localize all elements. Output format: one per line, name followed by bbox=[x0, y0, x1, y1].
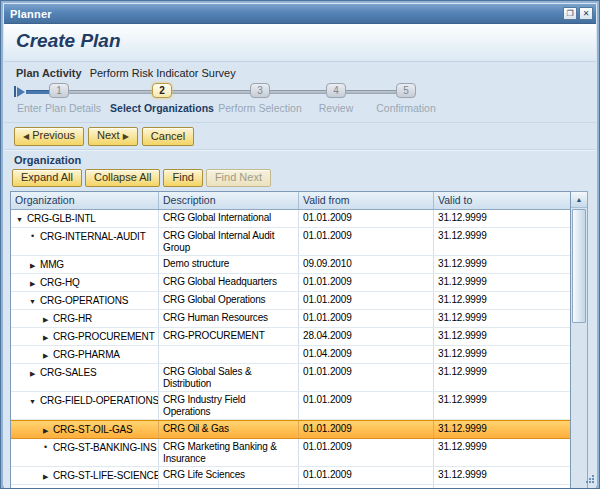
org-description: CRG Global Internal Audit Group bbox=[159, 228, 299, 255]
scroll-up-button[interactable]: ▲ bbox=[571, 192, 587, 208]
next-label: Next bbox=[97, 129, 120, 141]
org-name: CRG-ST-BANKING-INS bbox=[53, 441, 156, 454]
cancel-button[interactable]: Cancel bbox=[142, 127, 194, 146]
column-header-valid-from[interactable]: Valid from bbox=[299, 192, 434, 209]
table-row[interactable]: ▶ CRG-PHARMA 01.04.2009 31.12.9999 bbox=[11, 346, 570, 364]
page-header: Create Plan bbox=[4, 24, 596, 62]
table-row[interactable]: ▶ CRG-SALES CRG Global Sales & Distribut… bbox=[11, 364, 570, 392]
org-description: CRG Human Resources bbox=[159, 310, 299, 327]
valid-from: 01.01.2009 bbox=[299, 310, 434, 327]
column-header-organization[interactable]: Organization bbox=[11, 192, 159, 209]
valid-from: 01.01.2009 bbox=[299, 292, 434, 309]
tree-expander-icon[interactable]: ▶ bbox=[28, 366, 37, 380]
org-cell: • CRG-ST-BANKING-INS bbox=[11, 439, 159, 466]
org-description: CRG Global Headquarters bbox=[159, 274, 299, 291]
org-name: CRG-PHARMA bbox=[53, 348, 120, 361]
previous-button[interactable]: ◀ Previous bbox=[14, 127, 84, 146]
roadmap-step-2[interactable]: 2 Select Organizations bbox=[152, 83, 172, 98]
scrollbar-thumb[interactable] bbox=[572, 209, 586, 323]
resize-grip[interactable] bbox=[585, 474, 595, 484]
table-row[interactable]: ▼ CRG-GLB-INTL CRG Global International … bbox=[11, 210, 570, 228]
valid-to: 31.12.9999 bbox=[434, 210, 570, 227]
roadmap-step-number: 2 bbox=[159, 85, 165, 96]
tree-leaf-icon: • bbox=[41, 487, 50, 488]
org-description bbox=[159, 346, 299, 363]
cancel-label: Cancel bbox=[151, 130, 185, 142]
roadmap-step-3[interactable]: 3 Perform Selection bbox=[250, 83, 270, 98]
table-row[interactable]: ▶ CRG-ST-LIFE-SCIENCES CRG Life Sciences… bbox=[11, 467, 570, 485]
maximize-button[interactable]: ❐ bbox=[563, 7, 577, 20]
scrollbar-track[interactable] bbox=[571, 324, 587, 488]
table-row[interactable]: ▶ CRG-HR CRG Human Resources 01.01.2009 … bbox=[11, 310, 570, 328]
org-cell: ▼ CRG-OPERATIONS bbox=[11, 292, 159, 309]
tree-expander-icon[interactable]: ▶ bbox=[28, 276, 37, 290]
close-button[interactable]: ✕ bbox=[579, 7, 593, 20]
valid-from: 01.01.2009 bbox=[299, 421, 434, 438]
scroll-up-icon: ▲ bbox=[576, 196, 583, 203]
tree-expander-icon[interactable]: ▼ bbox=[28, 294, 37, 308]
table-row[interactable]: ▶ CRG-HQ CRG Global Headquarters 01.01.2… bbox=[11, 274, 570, 292]
next-button[interactable]: Next ▶ bbox=[88, 127, 138, 146]
roadmap-step-1[interactable]: 1 Enter Plan Details bbox=[49, 83, 69, 98]
org-cell: ▶ MMG bbox=[11, 256, 159, 273]
table-row[interactable]: • CRG-ST-BANKING-INS CRG Marketing Banki… bbox=[11, 439, 570, 467]
roadmap-step-label: Confirmation bbox=[376, 102, 436, 114]
valid-from: 01.01.2009 bbox=[299, 485, 434, 488]
roadmap-step-box: 1 bbox=[49, 83, 69, 98]
vertical-scrollbar[interactable]: ▲ ▼ bbox=[571, 191, 588, 488]
roadmap-step-number: 5 bbox=[403, 85, 409, 96]
table-row[interactable]: • CRG-ST-CONSUMER CRG Marketing Consumer… bbox=[11, 485, 570, 488]
roadmap-step-5[interactable]: 5 Confirmation bbox=[396, 83, 416, 98]
tree-expander-icon[interactable]: ▶ bbox=[41, 312, 50, 326]
table-row[interactable]: • CRG-INTERNAL-AUDIT CRG Global Internal… bbox=[11, 228, 570, 256]
roadmap-line bbox=[59, 90, 416, 94]
roadmap-step-number: 3 bbox=[257, 85, 263, 96]
org-cell: ▼ CRG-FIELD-OPERATIONS bbox=[11, 392, 159, 419]
org-name: CRG-ST-CONSUMER bbox=[53, 487, 150, 488]
valid-from: 01.01.2009 bbox=[299, 439, 434, 466]
valid-from: 01.01.2009 bbox=[299, 274, 434, 291]
tree-expander-icon[interactable]: ▶ bbox=[41, 330, 50, 344]
org-toolbar-button-expand-all[interactable]: Expand All bbox=[12, 169, 82, 187]
tree-expander-icon[interactable]: ▶ bbox=[28, 258, 37, 272]
org-description: CRG Marketing Consumer Goods bbox=[159, 485, 299, 488]
org-cell: ▶ CRG-ST-LIFE-SCIENCES bbox=[11, 467, 159, 484]
organization-table: OrganizationDescriptionValid fromValid t… bbox=[10, 191, 590, 488]
window-title: Planner bbox=[10, 8, 563, 20]
next-arrow-icon: ▶ bbox=[123, 132, 129, 141]
column-header-valid-to[interactable]: Valid to bbox=[434, 192, 570, 209]
table-row[interactable]: ▼ CRG-OPERATIONS CRG Global Operations 0… bbox=[11, 292, 570, 310]
table-row[interactable]: ▶ MMG Demo structure 09.09.2010 31.12.99… bbox=[11, 256, 570, 274]
plan-activity-row: Plan ActivityPerform Risk Indicator Surv… bbox=[4, 62, 596, 80]
org-name: CRG-HR bbox=[53, 312, 92, 325]
valid-from: 01.01.2009 bbox=[299, 364, 434, 391]
org-cell: ▶ CRG-HQ bbox=[11, 274, 159, 291]
roadmap-step-box: 5 bbox=[396, 83, 416, 98]
valid-to: 31.12.9999 bbox=[434, 292, 570, 309]
close-icon: ✕ bbox=[583, 8, 590, 19]
org-cell: ▶ CRG-PHARMA bbox=[11, 346, 159, 363]
table-row[interactable]: ▶ CRG-ST-OIL-GAS CRG Oil & Gas 01.01.200… bbox=[11, 420, 570, 439]
maximize-icon: ❐ bbox=[566, 8, 573, 19]
org-toolbar-button-find[interactable]: Find bbox=[163, 169, 202, 187]
org-toolbar-button-find-next: Find Next bbox=[206, 169, 271, 187]
tree-expander-icon[interactable]: ▶ bbox=[41, 469, 50, 483]
tree-expander-icon[interactable]: ▼ bbox=[15, 212, 24, 226]
organization-toolbar: Expand AllCollapse AllFindFind Next bbox=[4, 167, 596, 190]
org-cell: ▶ CRG-PROCUREMENT bbox=[11, 328, 159, 345]
tree-leaf-icon: • bbox=[41, 441, 50, 453]
valid-to: 31.12.9999 bbox=[434, 274, 570, 291]
window-titlebar[interactable]: Planner ❐ ✕ bbox=[4, 4, 596, 24]
org-name: MMG bbox=[40, 258, 64, 271]
column-header-description[interactable]: Description bbox=[159, 192, 299, 209]
roadmap-step-4[interactable]: 4 Review bbox=[326, 83, 346, 98]
tree-expander-icon[interactable]: ▼ bbox=[28, 394, 37, 408]
table-row[interactable]: ▶ CRG-PROCUREMENT CRG-PROCUREMENT 28.04.… bbox=[11, 328, 570, 346]
org-toolbar-button-collapse-all[interactable]: Collapse All bbox=[85, 169, 160, 187]
tree-expander-icon[interactable]: ▶ bbox=[41, 423, 50, 437]
table-row[interactable]: ▼ CRG-FIELD-OPERATIONS CRG Industry Fiel… bbox=[11, 392, 570, 420]
roadmap-step-number: 1 bbox=[56, 85, 62, 96]
org-cell: ▼ CRG-GLB-INTL bbox=[11, 210, 159, 227]
page-title: Create Plan bbox=[16, 30, 584, 52]
tree-expander-icon[interactable]: ▶ bbox=[41, 348, 50, 362]
